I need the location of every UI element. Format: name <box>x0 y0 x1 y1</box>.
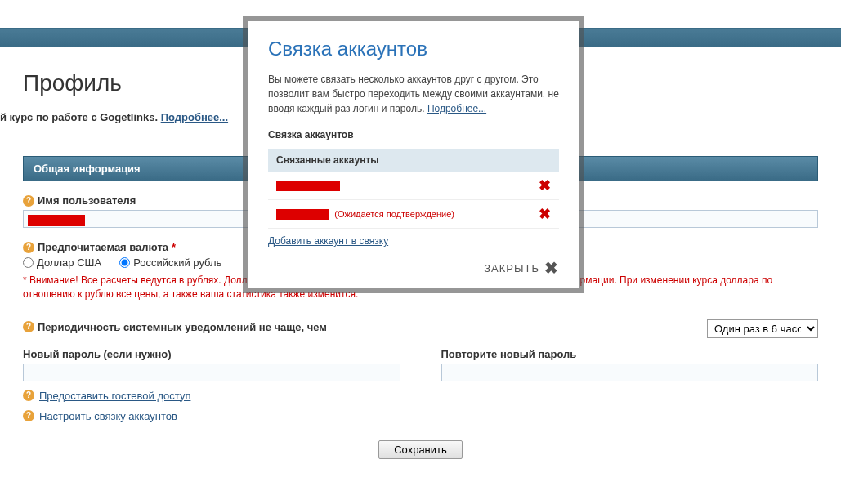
save-button[interactable]: Сохранить <box>378 440 463 459</box>
help-icon[interactable]: ? <box>23 321 34 332</box>
modal-description: Вы можете связать несколько аккаунтов др… <box>268 72 559 116</box>
currency-usd-radio[interactable] <box>23 257 34 268</box>
notif-label: Периодичность системных уведомлений не ч… <box>38 321 327 333</box>
new-password-input[interactable] <box>23 364 400 381</box>
currency-rub-radio[interactable] <box>119 257 130 268</box>
repeat-password-label: Повторите новый пароль <box>441 348 819 360</box>
link-accounts-modal: Связка аккаунтов Вы можете связать неско… <box>248 21 579 288</box>
help-icon[interactable]: ? <box>23 390 34 401</box>
redacted-account <box>276 181 340 191</box>
modal-subtitle: Связка аккаунтов <box>268 129 559 140</box>
password-row: Новый пароль (если нужно) Повторите новы… <box>23 348 818 381</box>
new-password-label: Новый пароль (если нужно) <box>23 348 400 360</box>
delete-icon[interactable]: ✖ <box>539 178 551 193</box>
currency-rub-option[interactable]: Российский рубль <box>119 256 221 269</box>
linked-accounts-header: Связанные аккаунты <box>268 149 559 172</box>
required-mark: * <box>172 241 176 253</box>
close-button[interactable]: ЗАКРЫТЬ ✖ <box>268 258 559 278</box>
repeat-password-input[interactable] <box>441 364 819 381</box>
guest-access-row: ? Предоставить гостевой доступ <box>23 390 818 402</box>
username-label: Имя пользователя <box>38 194 136 207</box>
notif-select[interactable]: Один раз в 6 часов <box>707 319 818 338</box>
redacted-account <box>276 209 329 220</box>
linked-account-row: ✖ <box>268 172 559 200</box>
help-icon[interactable]: ? <box>23 242 34 253</box>
redacted-username <box>28 215 85 226</box>
close-icon: ✖ <box>544 258 559 278</box>
close-label: ЗАКРЫТЬ <box>484 262 539 274</box>
notification-field: ? Периодичность системных уведомлений не… <box>23 319 818 338</box>
linked-account-row: (Ожидается подтверждение) ✖ <box>268 200 559 229</box>
help-icon[interactable]: ? <box>23 195 34 207</box>
guest-access-link[interactable]: Предоставить гостевой доступ <box>39 390 190 402</box>
course-more-link[interactable]: Подробнее... <box>161 111 228 123</box>
link-accounts-link[interactable]: Настроить связку аккаунтов <box>39 410 177 422</box>
pending-label: (Ожидается подтверждение) <box>334 209 454 219</box>
modal-title: Связка аккаунтов <box>268 38 559 60</box>
currency-label: Предпочитаемая валюта <box>38 241 168 253</box>
modal-more-link[interactable]: Подробнее... <box>427 103 486 114</box>
add-account-link[interactable]: Добавить аккаунт в связку <box>268 235 388 247</box>
help-icon[interactable]: ? <box>23 410 34 421</box>
course-text: й курс по работе с Gogetlinks. <box>0 111 158 123</box>
delete-icon[interactable]: ✖ <box>539 207 551 221</box>
currency-usd-option[interactable]: Доллар США <box>23 256 101 269</box>
link-accounts-row: ? Настроить связку аккаунтов <box>23 410 818 422</box>
